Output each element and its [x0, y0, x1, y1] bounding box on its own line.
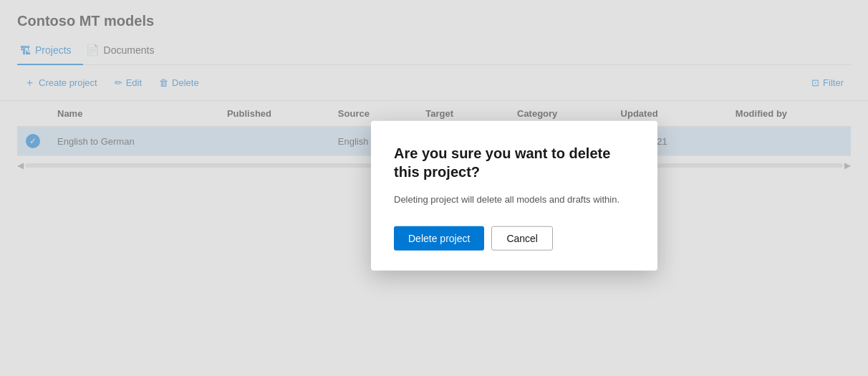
dialog-actions: Delete project Cancel	[394, 226, 635, 251]
delete-confirm-dialog: Are you sure you want to delete this pro…	[371, 120, 657, 271]
dialog-title: Are you sure you want to delete this pro…	[394, 143, 635, 180]
page-container: Contoso MT models 🏗 Projects 📄 Documents…	[0, 0, 868, 376]
confirm-delete-button[interactable]: Delete project	[394, 226, 484, 251]
cancel-button[interactable]: Cancel	[491, 226, 553, 251]
dialog-body: Deleting project will delete all models …	[394, 192, 635, 206]
